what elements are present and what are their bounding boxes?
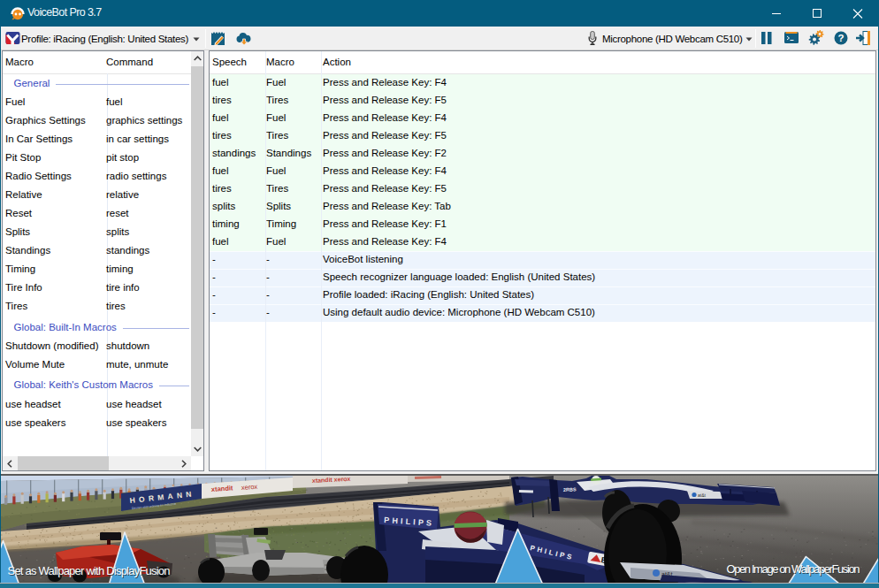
svg-text:2RBS: 2RBS — [563, 486, 577, 493]
svg-text:Open Image on WallpaperFusion: Open Image on WallpaperFusion — [727, 562, 860, 576]
svg-text:at&t: at&t — [698, 493, 707, 498]
svg-text:Set as Wallpaper with DisplayF: Set as Wallpaper with DisplayFusion — [8, 564, 171, 577]
svg-text:xtandit: xtandit — [211, 484, 234, 493]
svg-text:?: ? — [837, 33, 844, 43]
svg-text:xerox: xerox — [241, 483, 258, 492]
